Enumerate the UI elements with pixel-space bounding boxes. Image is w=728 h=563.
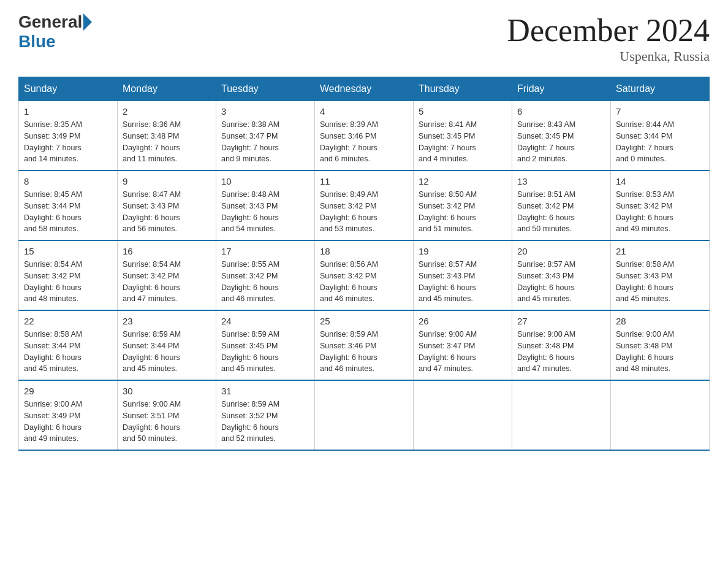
col-sunday: Sunday [19,77,118,101]
day-number: 21 [616,246,704,256]
table-row: 29Sunrise: 9:00 AMSunset: 3:49 PMDayligh… [19,380,118,450]
table-row [512,380,611,450]
day-info: Sunrise: 8:59 AMSunset: 3:52 PMDaylight:… [221,399,309,445]
calendar-week-row: 29Sunrise: 9:00 AMSunset: 3:49 PMDayligh… [19,380,710,450]
day-number: 6 [517,106,605,117]
day-info: Sunrise: 9:00 AMSunset: 3:47 PMDaylight:… [419,329,507,375]
day-info: Sunrise: 8:50 AMSunset: 3:42 PMDaylight:… [419,189,507,235]
table-row: 13Sunrise: 8:51 AMSunset: 3:42 PMDayligh… [512,170,611,240]
table-row: 11Sunrise: 8:49 AMSunset: 3:42 PMDayligh… [315,170,414,240]
day-info: Sunrise: 8:54 AMSunset: 3:42 PMDaylight:… [24,259,112,305]
table-row: 14Sunrise: 8:53 AMSunset: 3:42 PMDayligh… [611,170,710,240]
day-number: 23 [123,316,211,326]
col-friday: Friday [512,77,611,101]
table-row: 3Sunrise: 8:38 AMSunset: 3:47 PMDaylight… [216,101,315,171]
day-number: 18 [320,246,408,256]
col-monday: Monday [118,77,216,101]
logo: General Blue [18,12,92,52]
day-info: Sunrise: 8:47 AMSunset: 3:43 PMDaylight:… [123,189,211,235]
day-number: 30 [123,386,211,396]
day-number: 3 [221,106,309,117]
day-info: Sunrise: 8:35 AMSunset: 3:49 PMDaylight:… [24,119,112,165]
table-row: 7Sunrise: 8:44 AMSunset: 3:44 PMDaylight… [611,101,710,171]
day-number: 9 [123,176,211,186]
day-info: Sunrise: 8:51 AMSunset: 3:42 PMDaylight:… [517,189,605,235]
table-row: 20Sunrise: 8:57 AMSunset: 3:43 PMDayligh… [512,240,611,310]
logo-blue: Blue [18,32,56,51]
table-row: 10Sunrise: 8:48 AMSunset: 3:43 PMDayligh… [216,170,315,240]
table-row [414,380,512,450]
title-section: December 2024 Uspenka, Russia [507,12,710,64]
day-info: Sunrise: 8:54 AMSunset: 3:42 PMDaylight:… [123,259,211,305]
day-info: Sunrise: 8:48 AMSunset: 3:43 PMDaylight:… [221,189,309,235]
table-row: 16Sunrise: 8:54 AMSunset: 3:42 PMDayligh… [118,240,216,310]
day-number: 19 [419,246,507,256]
day-number: 4 [320,106,408,117]
day-number: 16 [123,246,211,256]
table-row: 5Sunrise: 8:41 AMSunset: 3:45 PMDaylight… [414,101,512,171]
day-number: 28 [616,316,704,326]
day-number: 25 [320,316,408,326]
table-row: 22Sunrise: 8:58 AMSunset: 3:44 PMDayligh… [19,310,118,380]
table-row: 19Sunrise: 8:57 AMSunset: 3:43 PMDayligh… [414,240,512,310]
col-wednesday: Wednesday [315,77,414,101]
day-info: Sunrise: 8:39 AMSunset: 3:46 PMDaylight:… [320,119,408,165]
table-row [611,380,710,450]
day-info: Sunrise: 8:36 AMSunset: 3:48 PMDaylight:… [123,119,211,165]
table-row: 4Sunrise: 8:39 AMSunset: 3:46 PMDaylight… [315,101,414,171]
table-row: 23Sunrise: 8:59 AMSunset: 3:44 PMDayligh… [118,310,216,380]
day-info: Sunrise: 8:45 AMSunset: 3:44 PMDaylight:… [24,189,112,235]
page-header: General Blue December 2024 Uspenka, Russ… [18,12,710,64]
calendar-subtitle: Uspenka, Russia [507,48,710,64]
day-number: 11 [320,176,408,186]
col-thursday: Thursday [414,77,512,101]
day-number: 14 [616,176,704,186]
calendar-week-row: 8Sunrise: 8:45 AMSunset: 3:44 PMDaylight… [19,170,710,240]
day-number: 8 [24,176,112,186]
col-saturday: Saturday [611,77,710,101]
day-info: Sunrise: 8:59 AMSunset: 3:46 PMDaylight:… [320,329,408,375]
day-number: 5 [419,106,507,117]
calendar-week-row: 22Sunrise: 8:58 AMSunset: 3:44 PMDayligh… [19,310,710,380]
day-number: 26 [419,316,507,326]
table-row: 15Sunrise: 8:54 AMSunset: 3:42 PMDayligh… [19,240,118,310]
table-row: 26Sunrise: 9:00 AMSunset: 3:47 PMDayligh… [414,310,512,380]
day-info: Sunrise: 9:00 AMSunset: 3:49 PMDaylight:… [24,399,112,445]
day-number: 27 [517,316,605,326]
day-number: 29 [24,386,112,396]
day-info: Sunrise: 9:00 AMSunset: 3:51 PMDaylight:… [123,399,211,445]
day-info: Sunrise: 9:00 AMSunset: 3:48 PMDaylight:… [616,329,704,375]
day-info: Sunrise: 8:38 AMSunset: 3:47 PMDaylight:… [221,119,309,165]
table-row: 2Sunrise: 8:36 AMSunset: 3:48 PMDaylight… [118,101,216,171]
day-info: Sunrise: 8:41 AMSunset: 3:45 PMDaylight:… [419,119,507,165]
calendar-table: Sunday Monday Tuesday Wednesday Thursday… [18,77,710,451]
day-info: Sunrise: 8:59 AMSunset: 3:45 PMDaylight:… [221,329,309,375]
calendar-week-row: 15Sunrise: 8:54 AMSunset: 3:42 PMDayligh… [19,240,710,310]
day-number: 20 [517,246,605,256]
table-row: 31Sunrise: 8:59 AMSunset: 3:52 PMDayligh… [216,380,315,450]
day-info: Sunrise: 8:57 AMSunset: 3:43 PMDaylight:… [419,259,507,305]
table-row: 24Sunrise: 8:59 AMSunset: 3:45 PMDayligh… [216,310,315,380]
logo-triangle-icon [83,13,92,31]
day-info: Sunrise: 8:55 AMSunset: 3:42 PMDaylight:… [221,259,309,305]
day-number: 2 [123,106,211,117]
table-row: 21Sunrise: 8:58 AMSunset: 3:43 PMDayligh… [611,240,710,310]
day-info: Sunrise: 9:00 AMSunset: 3:48 PMDaylight:… [517,329,605,375]
day-info: Sunrise: 8:56 AMSunset: 3:42 PMDaylight:… [320,259,408,305]
day-number: 13 [517,176,605,186]
day-number: 22 [24,316,112,326]
logo-general: General [18,12,82,32]
table-row [315,380,414,450]
day-number: 31 [221,386,309,396]
day-number: 15 [24,246,112,256]
day-number: 7 [616,106,704,117]
calendar-title: December 2024 [507,12,710,48]
day-info: Sunrise: 8:49 AMSunset: 3:42 PMDaylight:… [320,189,408,235]
calendar-header-row: Sunday Monday Tuesday Wednesday Thursday… [19,77,710,101]
table-row: 27Sunrise: 9:00 AMSunset: 3:48 PMDayligh… [512,310,611,380]
table-row: 18Sunrise: 8:56 AMSunset: 3:42 PMDayligh… [315,240,414,310]
table-row: 25Sunrise: 8:59 AMSunset: 3:46 PMDayligh… [315,310,414,380]
day-number: 12 [419,176,507,186]
day-info: Sunrise: 8:58 AMSunset: 3:43 PMDaylight:… [616,259,704,305]
calendar-week-row: 1Sunrise: 8:35 AMSunset: 3:49 PMDaylight… [19,101,710,171]
